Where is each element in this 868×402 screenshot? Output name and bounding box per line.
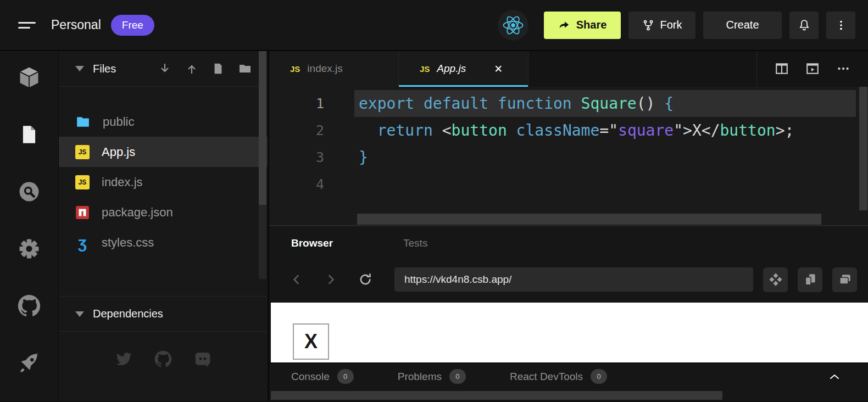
line-number: 3 xyxy=(269,144,324,171)
github-icon[interactable] xyxy=(154,350,172,368)
line-number: 2 xyxy=(269,117,324,144)
back-icon[interactable] xyxy=(290,273,303,286)
file-list: public JS App.js JS index.js package.jso… xyxy=(59,87,268,258)
deploy-rocket-icon[interactable] xyxy=(17,351,41,375)
tab-index-js[interactable]: JS index.js xyxy=(269,51,399,87)
browser-preview-frame: X xyxy=(269,298,868,363)
explorer-files-icon[interactable] xyxy=(17,122,41,147)
js-file-icon: JS xyxy=(290,64,300,74)
search-icon[interactable] xyxy=(17,180,41,204)
hamburger-menu-icon[interactable] xyxy=(18,22,36,29)
file-row-package-json[interactable]: package.json xyxy=(59,197,268,227)
tab-tests[interactable]: Tests xyxy=(403,237,427,249)
code-editor[interactable]: 1export default function Square() {2 ret… xyxy=(269,87,868,225)
console-tab[interactable]: Console 0 xyxy=(291,369,354,384)
url-text[interactable]: https://vkd4n8.csb.app/ xyxy=(404,273,743,286)
code-line[interactable]: 3} xyxy=(269,144,868,171)
address-bar[interactable]: https://vkd4n8.csb.app/ xyxy=(394,267,753,292)
line-number: 1 xyxy=(269,90,324,117)
chevron-down-icon xyxy=(75,311,84,317)
browser-navigation-bar: https://vkd4n8.csb.app/ xyxy=(269,260,868,299)
problems-tab[interactable]: Problems 0 xyxy=(398,369,466,384)
refresh-icon[interactable] xyxy=(358,272,371,287)
responsive-mode-icon[interactable] xyxy=(798,267,822,292)
editor-tab-bar: JS index.js JS App.js ✕ xyxy=(269,51,868,87)
more-menu-button[interactable] xyxy=(826,12,855,39)
create-button[interactable]: Create xyxy=(703,12,782,39)
tab-browser[interactable]: Browser xyxy=(291,237,333,249)
kebab-menu-icon xyxy=(835,19,847,31)
upload-files-icon[interactable] xyxy=(185,62,198,75)
twitter-icon[interactable] xyxy=(115,350,132,368)
open-in-new-window-icon[interactable] xyxy=(832,267,857,292)
notifications-button[interactable] xyxy=(789,12,819,39)
preview-page: X xyxy=(271,303,868,363)
file-row-index-js[interactable]: JS index.js xyxy=(59,167,268,197)
css-icon: ʒ xyxy=(75,236,90,250)
files-section-header[interactable]: Files xyxy=(59,51,268,87)
activity-bar xyxy=(0,51,59,401)
npm-icon xyxy=(75,205,90,220)
file-row-styles-css[interactable]: ʒ styles.css xyxy=(59,227,268,258)
code-lines: 1export default function Square() {2 ret… xyxy=(269,87,868,198)
social-links xyxy=(59,350,268,368)
console-bar: Console 0 Problems 0 React DevTools 0 xyxy=(269,362,868,390)
files-section-title: Files xyxy=(93,63,116,75)
split-editor-icon[interactable] xyxy=(775,62,789,76)
file-row-public[interactable]: public xyxy=(59,107,268,137)
js-file-icon: JS xyxy=(75,145,90,159)
editor-actions xyxy=(756,51,868,87)
share-button[interactable]: Share xyxy=(544,12,621,39)
new-file-icon[interactable] xyxy=(212,62,224,75)
code-line[interactable]: 1export default function Square() { xyxy=(269,90,868,117)
dependencies-section-header[interactable]: Dependencies xyxy=(59,296,268,332)
close-tab-icon[interactable]: ✕ xyxy=(494,63,503,75)
devtools-panel: Browser Tests xyxy=(269,225,868,298)
forward-icon[interactable] xyxy=(324,273,337,286)
file-explorer-panel: Files xyxy=(59,51,269,401)
react-devtools-tab[interactable]: React DevTools 0 xyxy=(510,369,607,384)
expand-console-icon[interactable] xyxy=(830,373,839,380)
preview-settings-icon[interactable] xyxy=(763,267,788,292)
preview-square-button[interactable]: X xyxy=(293,323,329,360)
code-line[interactable]: 4 xyxy=(269,171,868,198)
top-bar: Personal Free Share Fork Create xyxy=(0,0,868,51)
problems-count-badge: 0 xyxy=(449,369,466,384)
folder-icon xyxy=(75,115,91,129)
js-file-icon: JS xyxy=(75,175,90,189)
explorer-scrollbar[interactable] xyxy=(259,51,266,279)
react-devtools-count-badge: 0 xyxy=(591,369,607,384)
editor-more-icon[interactable] xyxy=(836,62,850,76)
bell-icon xyxy=(798,19,811,32)
fork-icon xyxy=(642,19,654,31)
open-preview-icon[interactable] xyxy=(805,62,820,76)
file-row-app-js[interactable]: JS App.js xyxy=(59,137,268,167)
fork-button[interactable]: Fork xyxy=(628,12,695,39)
plan-badge: Free xyxy=(111,15,154,36)
new-folder-icon[interactable] xyxy=(238,62,252,75)
share-icon xyxy=(558,19,570,31)
discord-icon[interactable] xyxy=(194,350,212,368)
editor-vertical-scrollbar[interactable] xyxy=(859,87,867,210)
line-number: 4 xyxy=(269,171,324,198)
download-sandbox-icon[interactable] xyxy=(158,62,171,75)
react-logo-icon xyxy=(498,10,528,41)
editor-horizontal-scrollbar[interactable] xyxy=(357,214,821,225)
workspace-name[interactable]: Personal xyxy=(51,18,101,32)
bottom-scrollbar[interactable] xyxy=(269,390,868,401)
dependencies-section-title: Dependencies xyxy=(93,308,163,320)
js-file-icon: JS xyxy=(420,64,430,74)
code-line[interactable]: 2 return <button className="square">X</b… xyxy=(269,117,868,144)
sandbox-info-icon[interactable] xyxy=(17,65,41,90)
settings-gear-icon[interactable] xyxy=(17,237,41,261)
github-icon[interactable] xyxy=(17,294,41,318)
tab-app-js[interactable]: JS App.js ✕ xyxy=(399,51,528,87)
chevron-down-icon xyxy=(75,66,84,71)
console-count-badge: 0 xyxy=(337,369,354,384)
